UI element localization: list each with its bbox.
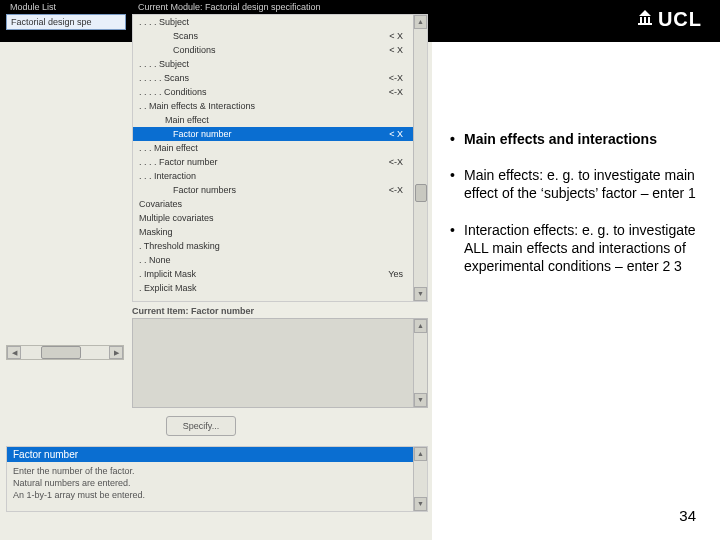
tree-row[interactable]: Covariates (133, 197, 427, 211)
tree-label: Factor numbers (139, 184, 236, 196)
module-list-item[interactable]: Factorial design spe (6, 14, 126, 30)
scroll-up-icon[interactable]: ▲ (414, 319, 427, 333)
scroll-up-icon[interactable]: ▲ (414, 447, 427, 461)
tree-row[interactable]: . . . Main effect (133, 141, 427, 155)
tree-row[interactable]: . . . . Factor number<-X (133, 155, 427, 169)
help-line: Enter the number of the factor. (13, 465, 421, 477)
tree-label: . . . . . Scans (139, 72, 189, 84)
page-number: 34 (679, 507, 696, 524)
current-module-label: Current Module: Factorial design specifi… (138, 2, 321, 12)
tree-label: Scans (139, 30, 198, 42)
tree-row[interactable]: . . None (133, 253, 427, 267)
bullet-item: Interaction effects: e. g. to investigat… (446, 221, 700, 276)
ucl-text: UCL (658, 8, 702, 31)
tree-label: . . . . . Conditions (139, 86, 207, 98)
scroll-left-icon[interactable]: ◀ (7, 346, 21, 359)
help-body: Enter the number of the factor. Natural … (7, 462, 427, 504)
value-scrollbar[interactable]: ▲ ▼ (413, 319, 427, 407)
scroll-right-icon[interactable]: ▶ (109, 346, 123, 359)
tree-label: . Threshold masking (139, 240, 220, 252)
tree-label: . . . . Subject (139, 16, 189, 28)
tree-label: . . None (139, 254, 171, 266)
tree-row[interactable]: Conditions< X (133, 43, 427, 57)
tree-row[interactable]: Main effect (133, 113, 427, 127)
tree-row[interactable]: . . . . Subject (133, 15, 427, 29)
tree-row[interactable]: . . . . Subject (133, 57, 427, 71)
tree-label: . . . Main effect (139, 142, 198, 154)
scroll-down-icon[interactable]: ▼ (414, 497, 427, 511)
scroll-up-icon[interactable]: ▲ (414, 15, 427, 29)
tree-label: . . . Interaction (139, 170, 196, 182)
help-title: Factor number (7, 447, 427, 462)
tree-row[interactable]: Multiple covariates (133, 211, 427, 225)
tree-label: Main effect (139, 114, 209, 126)
value-panel[interactable]: ▲ ▼ (132, 318, 428, 408)
scroll-thumb[interactable] (41, 346, 81, 359)
help-panel: Factor number Enter the number of the fa… (6, 446, 428, 512)
help-line: An 1-by-1 array must be entered. (13, 489, 421, 501)
tree-scrollbar[interactable]: ▲ ▼ (413, 15, 427, 301)
tree-row[interactable]: Scans< X (133, 29, 427, 43)
bullet-heading: Main effects and interactions (446, 130, 700, 148)
tree-label: Factor number (139, 128, 232, 140)
tree-label: Covariates (139, 198, 182, 210)
bullet-item: Main effects: e. g. to investigate main … (446, 166, 700, 202)
tree-row[interactable]: Masking (133, 225, 427, 239)
module-list-label: Module List (10, 2, 56, 12)
tree-row[interactable]: . . . Interaction (133, 169, 427, 183)
tree-row[interactable]: . . Main effects & Interactions (133, 99, 427, 113)
tree-row[interactable]: Factor number< X (133, 127, 427, 141)
tree-label: . . . . Subject (139, 58, 189, 70)
tree-panel: . . . . SubjectScans< XConditions< X. . … (132, 14, 428, 302)
scroll-down-icon[interactable]: ▼ (414, 287, 427, 301)
scroll-down-icon[interactable]: ▼ (414, 393, 427, 407)
left-scrollbar[interactable]: ◀ ▶ (6, 345, 124, 360)
tree-label: . Implicit Mask (139, 268, 196, 280)
tree-label: . . Main effects & Interactions (139, 100, 255, 112)
specify-button[interactable]: Specify... (166, 416, 236, 436)
tree-row[interactable]: Factor numbers<-X (133, 183, 427, 197)
dome-icon (636, 8, 654, 31)
tree-row[interactable]: . . . . . Scans<-X (133, 71, 427, 85)
current-item-label: Current Item: Factor number (132, 306, 254, 316)
tree-label: . . . . Factor number (139, 156, 218, 168)
tree-row[interactable]: . Implicit MaskYes (133, 267, 427, 281)
help-line: Natural numbers are entered. (13, 477, 421, 489)
tree-label: Masking (139, 226, 173, 238)
tree-row[interactable]: . . . . . Conditions<-X (133, 85, 427, 99)
tree-row[interactable]: . Explicit Mask (133, 281, 427, 295)
tree-row[interactable]: . Threshold masking (133, 239, 427, 253)
tree-label: Conditions (139, 44, 216, 56)
help-scrollbar[interactable]: ▲ ▼ (413, 447, 427, 511)
tree-label: Multiple covariates (139, 212, 214, 224)
ucl-logo: UCL (636, 8, 702, 31)
scroll-thumb[interactable] (415, 184, 427, 202)
module-list-panel: Factorial design spe (6, 14, 126, 30)
tree-label: . Explicit Mask (139, 282, 197, 294)
slide-bullets: Main effects and interactions Main effec… (446, 130, 700, 293)
